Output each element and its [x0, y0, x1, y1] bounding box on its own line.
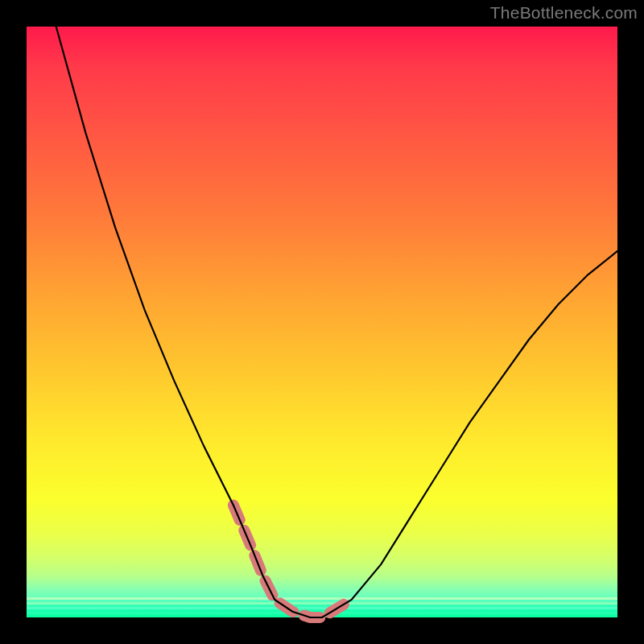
- watermark-text: TheBottleneck.com: [490, 3, 638, 23]
- plot-area: [27, 27, 617, 617]
- bottleneck-curve: [56, 27, 617, 617]
- curve-svg: [27, 27, 617, 617]
- highlight-segment: [233, 506, 352, 618]
- chart-frame: TheBottleneck.com: [0, 0, 644, 644]
